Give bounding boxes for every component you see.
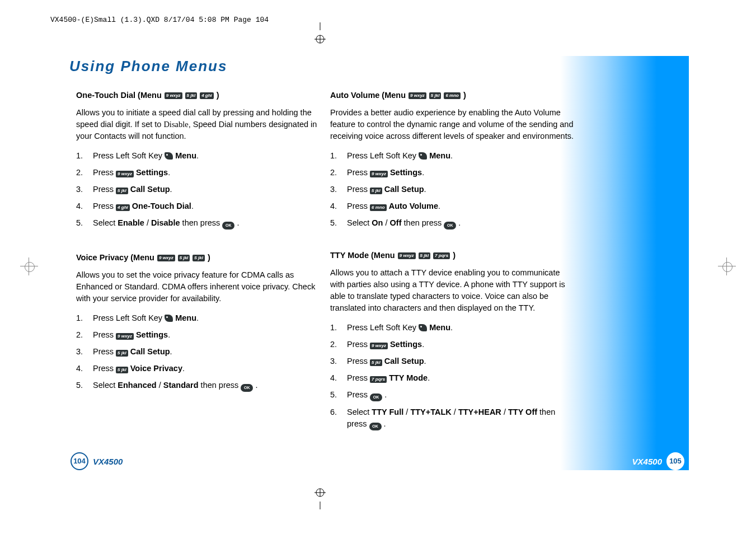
enhanced-label: Enhanced xyxy=(118,381,156,390)
step-text: Press xyxy=(93,347,116,356)
menu-label: Menu xyxy=(429,151,450,160)
period: . xyxy=(424,357,426,366)
section-intro: Allows you to set the voice privacy feat… xyxy=(76,269,322,305)
slash: / xyxy=(157,381,163,390)
ok-key-icon: OK xyxy=(222,222,234,229)
key-7-icon: 7 pqrs xyxy=(370,376,387,383)
step-num: 3. xyxy=(330,355,339,367)
period: . xyxy=(422,168,424,177)
crop-mark-top xyxy=(314,22,326,47)
step-text: Press xyxy=(347,357,370,366)
on-label: On xyxy=(372,218,383,227)
left-soft-key-icon xyxy=(165,152,173,160)
disable-label: Disable xyxy=(151,218,180,227)
step-text: Press xyxy=(93,202,116,210)
key-9-icon: 9 wxyz xyxy=(116,333,134,340)
tty-hear-label: TTY+HEAR xyxy=(458,407,501,416)
period: . xyxy=(422,340,424,349)
period: . xyxy=(438,202,440,210)
key-9-icon: 9 wxyz xyxy=(398,252,416,259)
model-name: VX4500 xyxy=(632,457,662,466)
page-number-right: 105 xyxy=(666,452,684,470)
period: . xyxy=(168,330,170,339)
menu-label: Menu xyxy=(175,151,196,160)
settings-label: Settings xyxy=(136,168,168,177)
section-head-text: Voice Privacy (Menu xyxy=(76,252,154,264)
period: . xyxy=(384,419,386,428)
period: . xyxy=(450,323,453,332)
period: . xyxy=(237,218,239,227)
period: . xyxy=(384,390,387,399)
steps-list: 1.Press Left Soft Key Menu. 2.Press 9 wx… xyxy=(330,150,576,229)
key-9-icon: 9 wxyz xyxy=(165,92,182,99)
step-num: 2. xyxy=(330,339,339,350)
period: . xyxy=(196,151,199,160)
section-voice-privacy: Voice Privacy (Menu 9 wxyz 5 jkl 5 jkl )… xyxy=(76,252,322,392)
slash: / xyxy=(403,407,410,416)
settings-label: Settings xyxy=(390,168,422,177)
intro-disable-word: Disable xyxy=(163,120,188,129)
tty-talk-label: TTY+TALK xyxy=(410,407,451,416)
period: . xyxy=(170,185,172,194)
period: . xyxy=(428,373,430,382)
left-soft-key-icon xyxy=(165,315,173,322)
steps-list: 1.Press Left Soft Key Menu. 2.Press 9 wx… xyxy=(330,322,576,430)
step-text: Press xyxy=(347,373,370,382)
key-5-icon: 5 jkl xyxy=(178,255,190,261)
ok-key-icon: OK xyxy=(369,423,382,430)
blue-gradient-bg xyxy=(560,56,689,470)
paren-close: ) xyxy=(208,252,210,264)
period: . xyxy=(168,168,170,177)
step-num: 4. xyxy=(330,200,339,212)
step-num: 4. xyxy=(76,200,85,212)
file-path-header: VX4500-(E)Small (1.3).QXD 8/17/04 5:08 P… xyxy=(50,16,269,24)
section-head-text: TTY Mode (Menu xyxy=(330,250,395,261)
slash: / xyxy=(452,407,458,416)
step-num: 6. xyxy=(330,406,339,418)
key-9-icon: 9 wxyz xyxy=(370,171,388,177)
one-touch-dial-label: One-Touch Dial xyxy=(132,202,191,210)
key-4-icon: 4 ghi xyxy=(116,204,130,211)
key-5-icon: 5 jkl xyxy=(192,255,205,261)
steps-list: 1.Press Left Soft Key Menu. 2.Press 9 wx… xyxy=(76,312,322,392)
key-9-icon: 9 wxyz xyxy=(370,343,388,349)
slash: / xyxy=(501,407,508,416)
page-title: Using Phone Menus xyxy=(69,58,227,75)
steps-list: 1.Press Left Soft Key Menu. 2.Press 9 wx… xyxy=(76,150,322,229)
step-text: Press xyxy=(347,390,370,399)
off-label: Off xyxy=(390,218,402,227)
step-num: 3. xyxy=(76,184,85,195)
step-text: Press Left Soft Key xyxy=(93,151,165,160)
key-5-icon: 5 jkl xyxy=(370,188,382,194)
call-setup-label: Call Setup xyxy=(384,185,424,194)
ok-key-icon: OK xyxy=(241,384,253,392)
step-num: 5. xyxy=(76,380,85,391)
step-text: Press Left Soft Key xyxy=(347,323,419,332)
call-setup-label: Call Setup xyxy=(130,347,170,356)
step-text: Press Left Soft Key xyxy=(347,151,419,160)
step-num: 3. xyxy=(330,184,339,195)
step-text: Select xyxy=(347,218,372,227)
registration-mark-right xyxy=(718,257,736,275)
step-num: 4. xyxy=(76,363,85,374)
footer-right: VX4500 105 xyxy=(632,452,684,470)
step-text: Select xyxy=(93,218,118,227)
section-one-touch-dial: One-Touch Dial (Menu 9 wxyz 5 jkl 4 ghi … xyxy=(76,90,322,229)
then-press: then press xyxy=(180,218,223,227)
ok-key-icon: OK xyxy=(370,394,382,401)
section-head-text: One-Touch Dial (Menu xyxy=(76,90,162,101)
right-column: Auto Volume (Menu 9 wxyz 5 jkl 6 mno ) P… xyxy=(330,90,576,449)
crop-mark-bottom xyxy=(314,487,326,512)
auto-volume-label: Auto Volume xyxy=(389,202,438,210)
section-intro: Allows you to initiate a speed dial call… xyxy=(76,107,322,142)
key-6-icon: 6 mno xyxy=(370,204,387,211)
settings-label: Settings xyxy=(390,340,422,349)
key-9-icon: 9 wxyz xyxy=(157,255,175,261)
key-6-icon: 6 mno xyxy=(444,92,461,99)
step-text: Press xyxy=(347,185,370,194)
ok-key-icon: OK xyxy=(444,222,456,229)
step-text: Press xyxy=(93,168,116,177)
key-5-icon: 5 jkl xyxy=(116,350,128,357)
step-text: Select xyxy=(347,407,372,416)
period: . xyxy=(424,185,426,194)
